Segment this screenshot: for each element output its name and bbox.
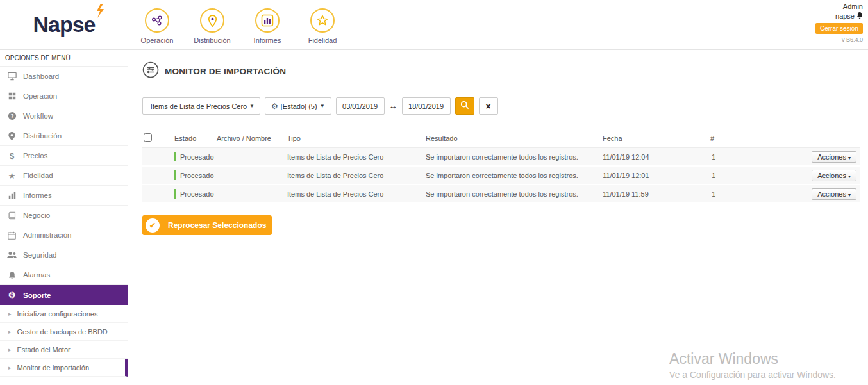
- acciones-button[interactable]: Acciones ▾: [812, 170, 856, 181]
- question-circle-icon: ?: [6, 111, 17, 120]
- check-circle-icon: ✔: [146, 218, 160, 233]
- acciones-button[interactable]: Acciones ▾: [812, 188, 856, 200]
- clear-filters-button[interactable]: ×: [479, 97, 498, 115]
- sidebar-title: OPCIONES DE MENÚ: [0, 50, 128, 67]
- nav-label: Operación: [141, 37, 174, 44]
- nav-label: Fidelidad: [308, 37, 337, 44]
- status-bar-green: [174, 170, 176, 180]
- sliders-circle-icon: [142, 61, 159, 81]
- chevron-down-icon: ▾: [848, 192, 851, 198]
- search-button[interactable]: [455, 97, 474, 115]
- gear-icon: ⚙: [271, 102, 278, 111]
- acciones-cell: Acciones ▾: [749, 188, 860, 200]
- chevron-right-icon: ▸: [8, 311, 12, 317]
- sidebar-subitem-estado-motor[interactable]: ▸ Estado del Motor: [0, 341, 128, 359]
- sidebar-item-administracion[interactable]: Administración: [0, 225, 128, 245]
- sidebar-subitem-label: Estado del Motor: [17, 346, 71, 354]
- nav-item-distribucion[interactable]: Distribución: [191, 8, 233, 44]
- watermark-title: Activar Windows: [669, 350, 836, 368]
- sidebar-item-label: Fidelidad: [23, 172, 53, 179]
- num-cell: 1: [710, 172, 749, 179]
- reprocess-selected-button[interactable]: ✔ Reprocesar Seleccionados: [142, 215, 272, 235]
- sidebar-item-precios[interactable]: $ Precios: [0, 146, 128, 166]
- top-nav: Operación Distribución Informes Fidelida…: [136, 0, 344, 49]
- reprocess-label: Reprocesar Seleccionados: [168, 221, 266, 230]
- acciones-label: Acciones: [817, 172, 846, 179]
- sidebar-item-seguridad[interactable]: Seguridad: [0, 245, 128, 265]
- date-from-input[interactable]: [336, 97, 385, 115]
- status-badge: Procesado: [180, 190, 214, 198]
- page-title-row: MONITOR DE IMPORTACIÓN: [142, 61, 859, 81]
- sidebar-item-dashboard[interactable]: Dashboard: [0, 67, 128, 86]
- sidebar-item-operacion[interactable]: Operación: [0, 86, 128, 106]
- filter-bar: Items de Lista de Precios Cero ▼ ⚙ [Esta…: [142, 97, 859, 115]
- acciones-cell: Acciones ▾: [749, 170, 860, 181]
- page-title: MONITOR DE IMPORTACIÓN: [165, 67, 286, 76]
- napse-logo[interactable]: Napse: [33, 12, 95, 37]
- sidebar-item-informes[interactable]: Informes: [0, 186, 128, 206]
- select-all-checkbox[interactable]: [144, 133, 152, 142]
- informes-chart-icon: [255, 8, 280, 33]
- table-header-row: Estado Archivo / Nombre Tipo Resultado F…: [142, 129, 860, 148]
- fecha-cell: 11/01/19 12:04: [603, 153, 710, 161]
- status-badge: Procesado: [180, 172, 214, 179]
- nav-label: Distribución: [194, 37, 230, 44]
- search-icon: [460, 101, 469, 111]
- chevron-right-icon: ▸: [8, 365, 12, 371]
- num-cell: 1: [710, 190, 749, 198]
- acciones-button[interactable]: Acciones ▾: [812, 151, 856, 163]
- sidebar-item-fidelidad[interactable]: ★ Fidelidad: [0, 166, 128, 186]
- main-content: MONITOR DE IMPORTACIÓN Items de Lista de…: [128, 50, 868, 385]
- table-row: Procesado Items de Lista de Precios Cero…: [142, 167, 860, 185]
- status-bar-green: [174, 189, 176, 199]
- sidebar-item-distribucion[interactable]: Distribución: [0, 126, 128, 146]
- import-type-select[interactable]: Items de Lista de Precios Cero ▼: [142, 97, 260, 115]
- brand-logo: Napse: [0, 0, 128, 49]
- sidebar: OPCIONES DE MENÚ Dashboard Operación ? W…: [0, 50, 128, 385]
- sidebar-item-soporte[interactable]: ⚙ Soporte: [0, 285, 128, 305]
- chevron-down-icon: ▼: [320, 103, 325, 109]
- dollar-icon: $: [6, 151, 17, 161]
- sidebar-subitem-gestor-backups[interactable]: ▸ Gestor de backups de BBDD: [0, 323, 128, 341]
- import-table: Estado Archivo / Nombre Tipo Resultado F…: [142, 129, 860, 204]
- tipo-cell: Items de Lista de Precios Cero: [287, 153, 426, 161]
- brand-name: Napse: [33, 12, 95, 37]
- grid-icon: [6, 92, 17, 100]
- col-header-fecha: Fecha: [603, 135, 710, 142]
- status-badge: Procesado: [180, 153, 214, 161]
- user-name-row[interactable]: napse: [815, 12, 863, 21]
- svg-text:?: ?: [10, 113, 13, 119]
- fidelidad-star-icon: [310, 8, 335, 33]
- sidebar-item-label: Informes: [23, 192, 52, 199]
- user-name: napse: [835, 12, 855, 21]
- resultado-cell: Se importaron correctamente todos los re…: [426, 172, 603, 179]
- sidebar-subitem-monitor-importacion[interactable]: ▸ Monitor de Importación: [0, 359, 128, 377]
- estado-filter-button[interactable]: ⚙ [Estado] (5) ▼: [265, 97, 331, 115]
- col-header-archivo: Archivo / Nombre: [217, 135, 287, 142]
- date-to-input[interactable]: [402, 97, 451, 115]
- sidebar-subitem-label: Gestor de backups de BBDD: [17, 328, 108, 336]
- chevron-right-icon: ▸: [8, 329, 12, 335]
- resultado-cell: Se importaron correctamente todos los re…: [426, 190, 603, 198]
- sidebar-item-workflow[interactable]: ? Workflow: [0, 106, 128, 126]
- nav-item-fidelidad[interactable]: Fidelidad: [301, 8, 344, 44]
- resultado-cell: Se importaron correctamente todos los re…: [426, 153, 603, 161]
- logout-button[interactable]: Cerrar sesión: [815, 23, 863, 34]
- table-row: Procesado Items de Lista de Precios Cero…: [142, 185, 860, 204]
- col-header-num: #: [710, 135, 749, 142]
- sidebar-item-negocio[interactable]: Negocio: [0, 206, 128, 225]
- nav-item-informes[interactable]: Informes: [246, 8, 288, 44]
- nav-item-operacion[interactable]: Operación: [136, 8, 178, 44]
- book-icon: [6, 211, 17, 220]
- bar-chart-icon: [6, 192, 17, 199]
- sidebar-item-label: Operación: [23, 92, 57, 100]
- sidebar-item-alarmas[interactable]: Alarmas: [0, 265, 128, 285]
- sidebar-subitem-inicializar-configuraciones[interactable]: ▸ Inicializar configuraciones: [0, 305, 128, 323]
- sidebar-item-label: Precios: [23, 152, 47, 160]
- estado-cell: Procesado: [174, 170, 217, 180]
- acciones-label: Acciones: [817, 190, 846, 198]
- notification-bell-icon[interactable]: [856, 12, 863, 21]
- watermark-subtitle: Ve a Configuración para activar Windows.: [669, 370, 836, 380]
- spark-icon: [92, 3, 107, 21]
- col-header-estado: Estado: [174, 135, 217, 142]
